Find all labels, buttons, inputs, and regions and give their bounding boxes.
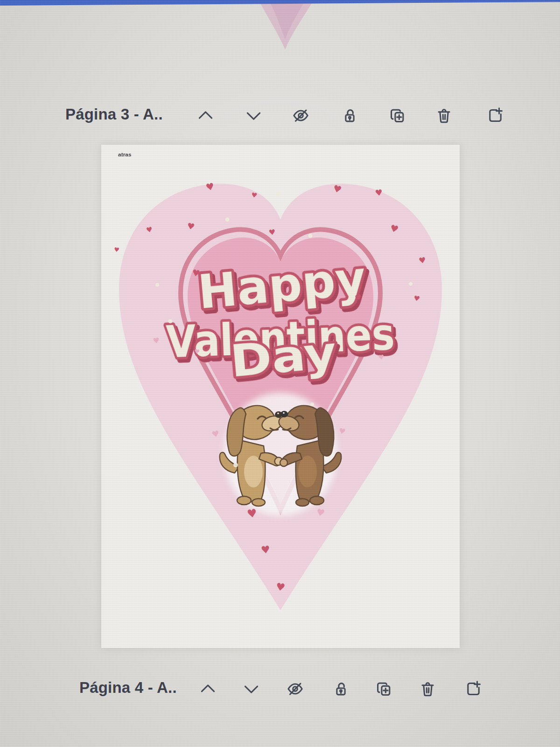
page3-label[interactable]: Página 3 - A.. xyxy=(65,106,163,123)
page4-label[interactable]: Página 4 - A.. xyxy=(79,679,177,697)
chevron-down-icon xyxy=(243,680,260,698)
title-line-day[interactable]: Day xyxy=(228,326,339,387)
add-page-button[interactable] xyxy=(484,105,506,126)
hide-page-button[interactable] xyxy=(284,678,306,699)
unlock-icon xyxy=(332,680,350,698)
page3-toolbar: Página 3 - A.. xyxy=(0,105,560,129)
add-page-button[interactable] xyxy=(462,678,484,699)
move-page-down-button[interactable] xyxy=(243,105,264,126)
chevron-up-icon xyxy=(199,680,217,698)
move-page-down-button[interactable] xyxy=(240,678,262,699)
copy-plus-icon xyxy=(375,680,392,698)
trash-icon xyxy=(435,107,453,124)
eye-off-icon xyxy=(287,680,304,698)
delete-page-button[interactable] xyxy=(417,678,438,699)
duplicate-page-button[interactable] xyxy=(386,105,408,126)
unlock-page-button[interactable] xyxy=(339,105,360,126)
chevron-up-icon xyxy=(197,107,214,124)
valentine-artwork: Happy Valentines Day xyxy=(101,145,460,648)
trash-icon xyxy=(419,680,436,698)
add-page-icon xyxy=(465,680,482,698)
unlock-page-button[interactable] xyxy=(330,678,351,699)
page4-toolbar: Página 4 - A.. xyxy=(0,678,560,702)
move-page-up-button[interactable] xyxy=(197,678,218,699)
hide-page-button[interactable] xyxy=(290,105,311,126)
chevron-down-icon xyxy=(245,107,262,124)
eye-off-icon xyxy=(292,107,309,124)
design-canvas[interactable]: atras Happy Valentines Day xyxy=(101,145,460,648)
move-page-up-button[interactable] xyxy=(195,105,216,126)
duplicate-page-button[interactable] xyxy=(373,678,394,699)
delete-page-button[interactable] xyxy=(433,105,455,126)
previous-page-heart-tip xyxy=(256,2,316,53)
add-page-icon xyxy=(487,107,504,124)
editor-screen: { "toolbar_top": { "page_label": "Página… xyxy=(0,0,560,747)
copy-plus-icon xyxy=(389,107,406,124)
unlock-icon xyxy=(341,107,358,124)
dog-nose xyxy=(280,411,288,417)
